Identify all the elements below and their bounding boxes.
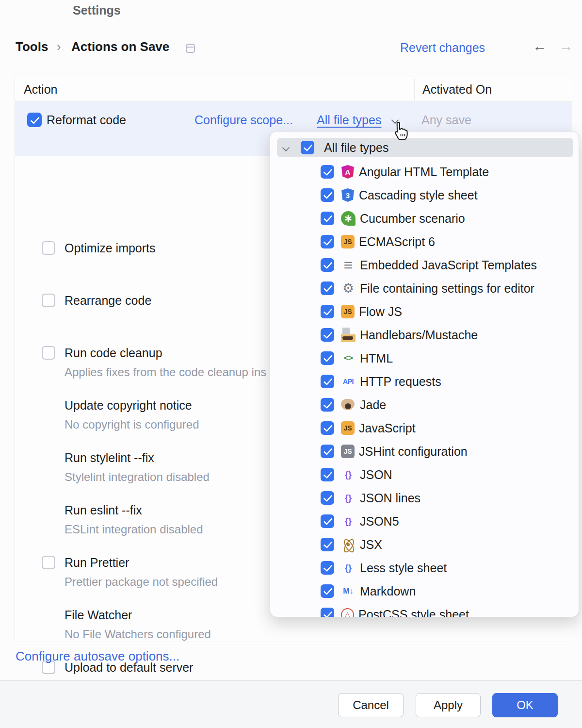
configure-autosave-link[interactable]: Configure autosave options... [16, 649, 179, 664]
revert-changes-link[interactable]: Revert changes [400, 41, 485, 55]
reformat-code-checkbox[interactable] [27, 113, 42, 127]
file-type-checkbox[interactable] [321, 514, 334, 528]
action-row[interactable]: Run stylelint --fix Stylelint integratio… [42, 449, 294, 488]
back-arrow-icon[interactable]: ← [533, 38, 547, 54]
file-type-checkbox[interactable] [321, 538, 334, 551]
file-type-checkbox[interactable] [321, 491, 334, 505]
dialog-title: Settings [73, 3, 121, 17]
file-type-checkbox[interactable] [321, 584, 334, 598]
file-type-row[interactable]: 3 Cascading style sheet [321, 186, 478, 204]
file-type-label: ECMAScript 6 [359, 235, 435, 249]
file-type-checkbox[interactable] [321, 375, 334, 388]
file-type-label: Less style sheet [360, 561, 447, 575]
settings-dialog: Settings Tools › Actions on Save Revert … [0, 0, 582, 728]
html-icon: <> [341, 351, 356, 365]
action-row[interactable]: Update copyright notice No copyright is … [42, 397, 294, 435]
file-type-row[interactable]: JS JSHint configuration [321, 443, 468, 460]
file-type-row[interactable]: <> HTML [321, 349, 393, 367]
file-type-row[interactable]: Handlebars/Mustache [321, 326, 478, 344]
file-type-row[interactable]: △ PostCSS style sheet [321, 606, 469, 617]
file-type-checkbox[interactable] [321, 445, 334, 458]
postcss-icon: △ [341, 608, 354, 618]
file-type-checkbox[interactable] [321, 351, 334, 365]
markdown-icon: M↓ [341, 584, 356, 598]
jshint-icon: JS [341, 445, 355, 458]
file-types-popup: All file types A Angular HTML Template 3… [270, 131, 579, 617]
file-type-row[interactable]: ∗ Cucumber scenario [321, 210, 465, 227]
pin-window-icon[interactable] [186, 44, 195, 53]
file-type-row[interactable]: {} JSON5 [321, 513, 399, 530]
lines-icon: ≡ [341, 258, 356, 272]
file-type-row[interactable]: Jade [321, 396, 386, 414]
braces-purple-icon: {} [341, 514, 356, 529]
file-type-label: Cascading style sheet [359, 188, 478, 202]
file-type-checkbox[interactable] [321, 188, 334, 202]
action-checkbox[interactable] [42, 346, 55, 360]
action-row[interactable]: Run code cleanup Applies fixes from the … [42, 344, 294, 383]
file-type-row[interactable]: A Angular HTML Template [321, 163, 489, 181]
action-checkbox[interactable] [42, 556, 55, 569]
cancel-button[interactable]: Cancel [338, 693, 404, 717]
action-row[interactable]: Run eslint --fix ESLint integration disa… [42, 501, 294, 540]
column-header-activated-on: Activated On [422, 77, 492, 101]
action-checkbox[interactable] [42, 294, 55, 307]
breadcrumb-tools[interactable]: Tools [16, 39, 48, 54]
file-type-label: Flow JS [359, 305, 402, 319]
file-type-checkbox[interactable] [321, 258, 334, 272]
file-type-checkbox[interactable] [321, 305, 334, 318]
file-type-label: Angular HTML Template [359, 165, 489, 179]
file-type-row[interactable]: ⚙ File containing settings for editor [321, 280, 534, 297]
file-type-checkbox[interactable] [321, 328, 334, 342]
file-type-row[interactable]: JS ECMAScript 6 [321, 233, 435, 250]
file-type-row[interactable]: {} JSON lines [321, 489, 420, 507]
file-type-row[interactable]: M↓ Markdown [321, 582, 416, 600]
column-divider [414, 79, 415, 100]
action-label: Run stylelint --fix [65, 449, 154, 466]
apply-button[interactable]: Apply [416, 693, 481, 717]
all-file-types-dropdown-link[interactable]: All file types [317, 111, 381, 129]
file-type-row[interactable]: API HTTP requests [321, 373, 441, 390]
action-row[interactable]: Optimize imports [42, 239, 294, 278]
file-type-row[interactable]: JSX [321, 536, 382, 553]
breadcrumb-page-title: Actions on Save [71, 39, 169, 54]
action-row[interactable]: File Watcher No File Watchers configured [42, 606, 294, 645]
file-type-checkbox[interactable] [321, 281, 334, 295]
action-subtitle: No File Watchers configured [65, 626, 211, 643]
action-label: File Watcher [65, 606, 132, 624]
file-type-row[interactable]: ≡ Embedded JavaScript Templates [321, 256, 537, 274]
braces-purple-icon: {} [341, 467, 356, 482]
braces-purple-icon: {} [341, 491, 356, 505]
angular-icon: A [341, 165, 355, 179]
action-row[interactable]: Rearrange code [42, 292, 294, 331]
file-type-checkbox[interactable] [321, 165, 334, 179]
file-type-checkbox[interactable] [321, 421, 334, 435]
file-type-label: Markdown [360, 584, 416, 598]
action-label: Run eslint --fix [65, 501, 142, 519]
file-type-checkbox[interactable] [321, 468, 334, 481]
file-type-row[interactable]: JS JavaScript [321, 419, 416, 437]
file-type-row[interactable]: {} JSON [321, 466, 392, 483]
file-type-checkbox[interactable] [321, 212, 334, 225]
file-type-label: HTML [360, 351, 393, 365]
js-icon: JS [341, 421, 355, 435]
configure-scope-link[interactable]: Configure scope... [194, 111, 293, 129]
action-label: Update copyright notice [65, 397, 192, 414]
react-icon [341, 537, 356, 552]
ok-button[interactable]: OK [492, 693, 558, 717]
js-icon: JS [341, 305, 355, 318]
action-subtitle: Stylelint integration disabled [65, 468, 210, 486]
activated-on-value[interactable]: Any save [421, 111, 471, 129]
action-subtitle: Applies fixes from the code cleanup ins [65, 364, 266, 381]
file-type-row[interactable]: JS Flow JS [321, 303, 402, 320]
file-type-checkbox[interactable] [321, 561, 334, 575]
action-checkbox[interactable] [42, 241, 55, 255]
file-type-checkbox[interactable] [321, 398, 334, 412]
file-type-label: Embedded JavaScript Templates [360, 258, 537, 272]
action-label: Run Prettier [65, 554, 129, 571]
file-type-label: Cucumber scenario [360, 212, 465, 226]
file-type-checkbox[interactable] [321, 608, 334, 617]
action-label: Optimize imports [65, 239, 156, 257]
file-type-row[interactable]: {} Less style sheet [321, 559, 447, 577]
file-type-checkbox[interactable] [321, 235, 334, 248]
action-row[interactable]: Run Prettier Prettier package not specif… [42, 554, 294, 593]
